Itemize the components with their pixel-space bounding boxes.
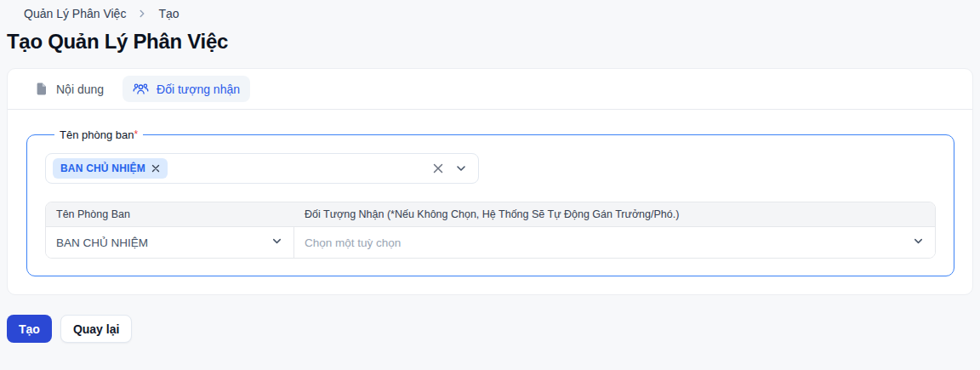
main-card: Nội dung Đối tượng nhận Tên phòng ban* <box>7 68 973 295</box>
multiselect-controls <box>432 162 468 175</box>
department-table: Tên Phòng Ban Đối Tượng Nhận (*Nếu Không… <box>45 202 936 259</box>
department-fieldset-label: Tên phòng ban* <box>54 128 143 141</box>
breadcrumb: Quản Lý Phân Việc Tạo <box>0 0 980 20</box>
chevron-right-icon <box>136 8 148 20</box>
tab-noi-dung[interactable]: Nội dung <box>25 76 114 102</box>
card-body: Tên phòng ban* BAN CHỦ NHIỆM <box>8 110 972 294</box>
table-header-row: Tên Phòng Ban Đối Tượng Nhận (*Nếu Không… <box>46 202 935 227</box>
column-header-department: Tên Phòng Ban <box>46 202 294 226</box>
department-fieldset: Tên phòng ban* BAN CHỦ NHIỆM <box>26 128 954 276</box>
selected-tag: BAN CHỦ NHIỆM <box>53 158 168 179</box>
selected-tag-label: BAN CHỦ NHIỆM <box>60 162 145 174</box>
department-select[interactable]: BAN CHỦ NHIỆM <box>46 227 294 258</box>
create-button[interactable]: Tạo <box>7 315 52 343</box>
chevron-down-icon <box>912 235 925 250</box>
back-button[interactable]: Quay lại <box>60 315 132 343</box>
remove-tag-icon[interactable] <box>151 164 160 173</box>
users-icon <box>133 82 149 96</box>
tab-bar: Nội dung Đối tượng nhận <box>8 69 972 110</box>
chevron-down-icon[interactable] <box>454 162 468 175</box>
page-title: Tạo Quản Lý Phân Việc <box>7 30 980 54</box>
required-marker: * <box>134 128 138 140</box>
breadcrumb-item-current[interactable]: Tạo <box>158 7 179 20</box>
chevron-down-icon <box>271 235 283 250</box>
department-select-value: BAN CHỦ NHIỆM <box>56 236 148 249</box>
table-row: BAN CHỦ NHIỆM Chọn một tuỳ chọn <box>46 227 935 258</box>
tab-label: Nội dung <box>56 83 104 96</box>
column-header-recipient: Đối Tượng Nhận (*Nếu Không Chọn, Hệ Thốn… <box>294 202 935 226</box>
recipient-select-placeholder: Chọn một tuỳ chọn <box>305 236 401 249</box>
recipient-select[interactable]: Chọn một tuỳ chọn <box>294 227 935 258</box>
footer-actions: Tạo Quay lại <box>7 315 980 343</box>
tab-label: Đối tượng nhận <box>157 83 240 96</box>
document-icon <box>35 82 48 96</box>
clear-selection-icon[interactable] <box>432 162 444 174</box>
tab-doi-tuong-nhan[interactable]: Đối tượng nhận <box>122 76 250 102</box>
department-multiselect[interactable]: BAN CHỦ NHIỆM <box>45 153 479 184</box>
breadcrumb-item-root[interactable]: Quản Lý Phân Việc <box>24 7 126 20</box>
